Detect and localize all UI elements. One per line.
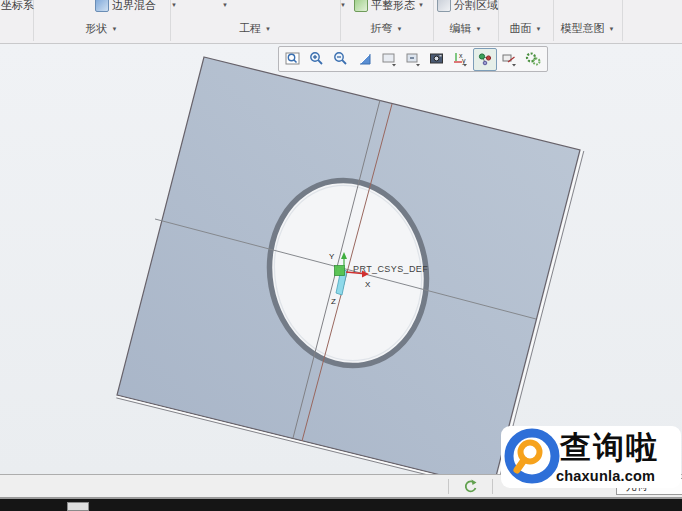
dropdown-arrow-button[interactable]: ▼ xyxy=(340,0,346,15)
ribbon-group-surface[interactable]: 曲面▼ xyxy=(498,16,553,41)
model-view: Y X Z PRT_CSYS_DEF xyxy=(0,44,682,474)
refit-icon xyxy=(284,50,302,68)
chevron-down-icon: ▼ xyxy=(340,0,346,15)
refit-button[interactable] xyxy=(281,48,305,71)
coordinate-system-label: 坐标系 xyxy=(1,0,34,15)
chaxunla-logo-icon xyxy=(503,427,561,487)
chevron-down-icon: ▼ xyxy=(418,0,424,15)
display-style-icon xyxy=(380,50,398,68)
graphics-area[interactable]: Y X Z PRT_CSYS_DEF xyxy=(0,44,682,474)
ribbon-group-edit[interactable]: 编辑▼ xyxy=(433,16,498,41)
display-style-button[interactable] xyxy=(377,48,401,71)
split-area-icon xyxy=(437,0,451,12)
saved-orientations-button[interactable] xyxy=(425,48,449,71)
view-toolbar: x y xyxy=(278,46,548,72)
spin-center-icon xyxy=(476,50,494,68)
ribbon-group-shape[interactable]: 形状▼ xyxy=(33,16,170,41)
ribbon-group-model-intent[interactable]: 模型意图▼ xyxy=(553,16,622,41)
boundary-blend-label: 边界混合 xyxy=(112,0,156,15)
chevron-down-icon: ▼ xyxy=(609,19,615,39)
regenerate-icon xyxy=(462,478,478,494)
flatten-icon xyxy=(354,0,368,12)
ribbon-group-bend[interactable]: 折弯▼ xyxy=(340,16,433,41)
repaint-button[interactable] xyxy=(353,48,377,71)
watermark-title: 查询啦 xyxy=(560,426,659,470)
datum-display-icon: x y xyxy=(452,50,470,68)
chevron-down-icon: ▼ xyxy=(397,19,403,39)
ribbon: 坐标系 边界混合 ▼ ▼ ▼ 平整形态 ▼ 分割区域 xyxy=(0,0,682,44)
csys-origin-icon xyxy=(335,266,345,276)
boundary-blend-icon xyxy=(95,0,109,12)
chevron-down-icon: ▼ xyxy=(171,0,177,15)
annotation-display-button[interactable] xyxy=(497,48,521,71)
split-area-button[interactable]: 分割区域 xyxy=(437,0,498,15)
chevron-down-icon: ▼ xyxy=(222,0,228,15)
statusbar-separator xyxy=(492,479,493,494)
watermark: 查询啦 chaxunla.com xyxy=(501,426,681,488)
coordinate-system-button[interactable]: 坐标系 xyxy=(1,0,34,15)
group-label: 形状 xyxy=(86,21,108,36)
statusbar-separator xyxy=(448,479,449,494)
watermark-domain: chaxunla.com xyxy=(556,468,655,484)
flatten-label: 平整形态 xyxy=(371,0,415,15)
spin-center-button[interactable] xyxy=(473,48,497,71)
saved-orientations-icon xyxy=(428,50,446,68)
group-label: 工程 xyxy=(239,21,261,36)
boundary-blend-button[interactable]: 边界混合 xyxy=(95,0,156,15)
group-label: 曲面 xyxy=(510,21,532,36)
ribbon-groups-row: 形状▼ 工程▼ 折弯▼ 编辑▼ 曲面▼ 模型意图▼ xyxy=(0,16,682,41)
zoom-in-icon xyxy=(308,50,326,68)
split-area-label: 分割区域 xyxy=(454,0,498,15)
bottom-window-edge xyxy=(0,497,682,511)
ribbon-group-engineering[interactable]: 工程▼ xyxy=(170,16,340,41)
chevron-down-icon: ▼ xyxy=(112,19,118,39)
x-axis-label: X xyxy=(365,280,371,289)
regenerate-button[interactable] xyxy=(462,478,478,494)
annotation-display-icon xyxy=(500,50,518,68)
datum-display-button[interactable]: x y xyxy=(449,48,473,71)
section-view-icon xyxy=(404,50,422,68)
group-label: 模型意图 xyxy=(561,21,605,36)
svg-text:y: y xyxy=(462,57,466,65)
flatten-button[interactable]: 平整形态 ▼ xyxy=(354,0,424,15)
chevron-down-icon: ▼ xyxy=(265,19,271,39)
csys-name-label: PRT_CSYS_DEF xyxy=(353,264,428,274)
z-axis-label: Z xyxy=(331,297,336,306)
view-manager-icon xyxy=(524,50,542,68)
zoom-out-icon xyxy=(332,50,350,68)
dropdown-arrow-button[interactable]: ▼ xyxy=(171,0,177,15)
chevron-down-icon: ▼ xyxy=(476,19,482,39)
window-resize-tab[interactable] xyxy=(67,502,89,511)
group-label: 折弯 xyxy=(371,21,393,36)
y-axis-label: Y xyxy=(329,252,335,261)
zoom-out-button[interactable] xyxy=(329,48,353,71)
ribbon-commands-row: 坐标系 边界混合 ▼ ▼ ▼ 平整形态 ▼ 分割区域 xyxy=(0,0,682,16)
group-label: 编辑 xyxy=(450,21,472,36)
creo-window: 坐标系 边界混合 ▼ ▼ ▼ 平整形态 ▼ 分割区域 xyxy=(0,0,682,511)
zoom-in-button[interactable] xyxy=(305,48,329,71)
dropdown-arrow-button[interactable]: ▼ xyxy=(222,0,228,15)
repaint-icon xyxy=(356,50,374,68)
chevron-down-icon: ▼ xyxy=(536,19,542,39)
section-view-button[interactable] xyxy=(401,48,425,71)
view-manager-button[interactable] xyxy=(521,48,545,71)
